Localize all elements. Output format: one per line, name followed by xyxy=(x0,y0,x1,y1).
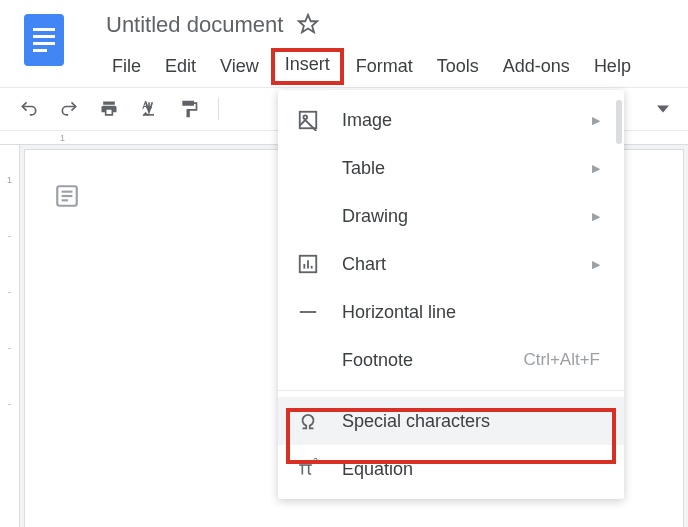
svg-rect-11 xyxy=(300,112,317,129)
svg-rect-0 xyxy=(24,14,64,66)
undo-icon[interactable] xyxy=(18,98,40,120)
header-right: Untitled document File Edit View Insert … xyxy=(88,8,688,87)
menu-edit[interactable]: Edit xyxy=(153,52,208,81)
image-icon xyxy=(296,108,320,132)
menu-item-label: Equation xyxy=(342,459,600,480)
print-icon[interactable] xyxy=(98,98,120,120)
menu-item-label: Table xyxy=(342,158,592,179)
svg-marker-5 xyxy=(299,14,317,31)
menu-format[interactable]: Format xyxy=(344,52,425,81)
ruler-tick: 1 xyxy=(0,175,19,231)
horizontal-line-icon xyxy=(296,300,320,324)
svg-rect-1 xyxy=(33,28,55,31)
document-title[interactable]: Untitled document xyxy=(106,12,283,38)
toolbar-separator xyxy=(218,98,219,120)
scrollbar-thumb[interactable] xyxy=(616,100,622,144)
drawing-icon xyxy=(296,204,320,228)
title-row: Untitled document xyxy=(88,8,688,38)
toolbar-more-icon[interactable] xyxy=(652,98,674,120)
omega-icon xyxy=(296,409,320,433)
submenu-arrow-icon: ▶ xyxy=(592,258,600,271)
menu-item-chart[interactable]: Chart ▶ xyxy=(278,240,624,288)
footnote-icon xyxy=(296,348,320,372)
ruler-tick: 1 xyxy=(60,133,108,143)
menu-item-footnote[interactable]: Footnote Ctrl+Alt+F xyxy=(278,336,624,384)
menu-item-image[interactable]: Image ▶ xyxy=(278,96,624,144)
insert-dropdown: Image ▶ Table ▶ Drawing ▶ Chart ▶ Horizo… xyxy=(278,90,624,499)
menu-item-label: Horizontal line xyxy=(342,302,600,323)
paint-format-icon[interactable] xyxy=(178,98,200,120)
pi-icon: 2 xyxy=(296,457,320,481)
menu-addons[interactable]: Add-ons xyxy=(491,52,582,81)
header: Untitled document File Edit View Insert … xyxy=(0,0,688,87)
menu-item-table[interactable]: Table ▶ xyxy=(278,144,624,192)
table-icon xyxy=(296,156,320,180)
menu-help[interactable]: Help xyxy=(582,52,643,81)
ruler-tick: - xyxy=(0,399,19,455)
ruler-vertical[interactable]: 1 - - - - xyxy=(0,145,20,527)
svg-rect-2 xyxy=(33,35,55,38)
ruler-tick: - xyxy=(0,287,19,343)
ruler-tick: - xyxy=(0,343,19,399)
menu-item-special-characters[interactable]: Special characters xyxy=(278,397,624,445)
menu-item-drawing[interactable]: Drawing ▶ xyxy=(278,192,624,240)
menu-insert[interactable]: Insert xyxy=(271,48,344,85)
menu-file[interactable]: File xyxy=(100,52,153,81)
svg-rect-3 xyxy=(33,42,55,45)
menu-item-shortcut: Ctrl+Alt+F xyxy=(523,350,600,370)
menubar: File Edit View Insert Format Tools Add-o… xyxy=(88,38,688,87)
menu-separator xyxy=(278,390,624,391)
outline-toggle-icon[interactable] xyxy=(50,179,84,213)
submenu-arrow-icon: ▶ xyxy=(592,114,600,127)
menu-item-label: Footnote xyxy=(342,350,523,371)
menu-view[interactable]: View xyxy=(208,52,271,81)
ruler-tick: - xyxy=(0,231,19,287)
svg-point-12 xyxy=(303,115,307,119)
svg-rect-4 xyxy=(33,49,47,52)
redo-icon[interactable] xyxy=(58,98,80,120)
menu-item-label: Drawing xyxy=(342,206,592,227)
menu-item-label: Image xyxy=(342,110,592,131)
menu-tools[interactable]: Tools xyxy=(425,52,491,81)
menu-item-label: Chart xyxy=(342,254,592,275)
submenu-arrow-icon: ▶ xyxy=(592,210,600,223)
spellcheck-icon[interactable]: A xyxy=(138,98,160,120)
menu-item-horizontal-line[interactable]: Horizontal line xyxy=(278,288,624,336)
submenu-arrow-icon: ▶ xyxy=(592,162,600,175)
docs-logo-icon[interactable] xyxy=(24,14,64,66)
chart-icon xyxy=(296,252,320,276)
menu-item-equation[interactable]: 2 Equation xyxy=(278,445,624,493)
menu-item-label: Special characters xyxy=(342,411,600,432)
star-icon[interactable] xyxy=(297,13,319,38)
